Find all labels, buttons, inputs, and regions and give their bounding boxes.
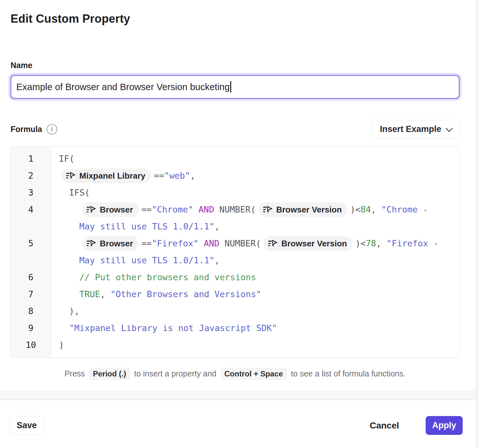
code-token-str: May still use TLS 1.0/1.1": [79, 218, 215, 235]
code-token-str: May still use TLS 1.0/1.1": [79, 252, 215, 269]
code-token-plain: )<: [355, 235, 366, 252]
code-line: 5Browser=="Firefox" AND NUMBER(Browser V…: [11, 235, 459, 269]
code-line-content: TRUE, "Other Browsers and Versions": [51, 286, 459, 303]
code-token-str: "Mixpanel Library is not Javascript SDK": [69, 320, 277, 336]
code-token-plain: )<: [350, 201, 361, 218]
save-button[interactable]: Save: [10, 416, 44, 435]
code-row: IFS(: [59, 184, 459, 201]
line-number: 6: [11, 269, 51, 286]
formula-code-editor[interactable]: 1IF(2Mixpanel Library=="web",3IFS(4Brows…: [11, 146, 459, 358]
property-chip[interactable]: Browser Version: [258, 202, 348, 217]
insert-example-button[interactable]: Insert Example: [371, 120, 459, 139]
code-token-str: "web": [164, 167, 190, 184]
property-chip-label: Mixpanel Library: [79, 170, 145, 181]
property-chip[interactable]: Browser: [82, 236, 139, 251]
code-token-str: "Chrome -: [381, 201, 428, 218]
code-token-kw: AND: [193, 201, 219, 218]
code-row: Mixpanel Library=="web",: [59, 167, 459, 184]
code-token-num: TRUE: [79, 286, 100, 303]
code-line: 8),: [11, 303, 459, 320]
property-icon: [86, 239, 96, 248]
code-line: 4Browser=="Chrome" AND NUMBER(Browser Ve…: [11, 201, 459, 235]
code-row: Browser=="Chrome" AND NUMBER(Browser Ver…: [59, 201, 459, 218]
code-token-num: 84: [360, 201, 371, 218]
code-token-str: "Chrome": [152, 201, 193, 218]
property-chip-label: Browser: [100, 204, 133, 215]
code-row: ): [59, 336, 459, 353]
property-chip[interactable]: Mixpanel Library: [61, 168, 151, 183]
code-row: "Mixpanel Library is not Javascript SDK": [59, 320, 459, 336]
formula-label: Formula: [11, 125, 42, 134]
code-row: TRUE, "Other Browsers and Versions": [59, 286, 459, 303]
property-chip-label: Browser: [100, 238, 133, 249]
property-icon: [86, 205, 96, 214]
code-token-plain: ,: [215, 252, 220, 269]
name-input[interactable]: Example of Browser and Browser Version b…: [11, 75, 459, 99]
info-icon[interactable]: i: [47, 124, 57, 135]
code-token-plain: ,: [100, 286, 111, 303]
scrollbar-track[interactable]: [476, 0, 479, 448]
code-token-str: "Other Browsers and Versions": [111, 286, 261, 303]
code-token-str: "Firefox -: [387, 235, 439, 252]
property-icon: [268, 239, 278, 248]
property-chip[interactable]: Browser Version: [263, 236, 353, 251]
code-token-plain: ,: [190, 167, 195, 184]
code-token-str: "Firefox": [152, 235, 199, 252]
apply-button[interactable]: Apply: [426, 416, 463, 435]
code-token-op: ==: [141, 201, 152, 218]
property-chip-label: Browser Version: [276, 204, 342, 215]
hint-pre: Press: [65, 369, 85, 378]
code-token-op: ==: [154, 167, 164, 184]
chevron-down-icon: [446, 125, 453, 132]
code-token-num: 78: [366, 235, 376, 252]
property-chip[interactable]: Browser: [82, 202, 139, 217]
code-line-content: IFS(: [51, 184, 459, 201]
code-line: 10): [11, 336, 459, 353]
code-line: 7TRUE, "Other Browsers and Versions": [11, 286, 459, 303]
code-line: 6// Put other browsers and versions: [11, 269, 459, 286]
code-token-plain: NUMBER(: [219, 201, 256, 218]
edit-custom-property-dialog: Edit Custom Property Name Example of Bro…: [0, 0, 479, 448]
cancel-button[interactable]: Cancel: [370, 416, 399, 435]
line-number: 3: [11, 184, 51, 201]
code-line-content: "Mixpanel Library is not Javascript SDK": [51, 320, 459, 336]
line-number: 4: [11, 201, 51, 235]
code-row: May still use TLS 1.0/1.1",: [59, 252, 459, 269]
footer-divider: [0, 390, 479, 400]
line-number: 1: [11, 150, 51, 167]
code-line: 9"Mixpanel Library is not Javascript SDK…: [11, 320, 459, 336]
line-number: 10: [11, 336, 51, 353]
code-line-content: ): [51, 336, 459, 353]
code-token-op: ==: [141, 235, 152, 252]
code-token-kw: AND: [199, 235, 224, 252]
dialog-footer: Save Cancel Apply: [0, 400, 479, 448]
line-number: 2: [11, 167, 51, 184]
line-number: 5: [11, 235, 51, 269]
property-chip-label: Browser Version: [281, 238, 347, 249]
code-line: 3IFS(: [11, 184, 459, 201]
code-line-content: Mixpanel Library=="web",: [51, 167, 459, 184]
code-token-plain: ),: [69, 303, 80, 320]
code-row: ),: [59, 303, 459, 320]
hint-post: to see a list of formula functions.: [291, 369, 406, 378]
hint-mid: to insert a property and: [134, 369, 216, 378]
code-row: // Put other browsers and versions: [59, 269, 459, 286]
code-line-content: Browser=="Chrome" AND NUMBER(Browser Ver…: [51, 201, 459, 235]
code-line-content: IF(: [51, 150, 459, 167]
name-label: Name: [11, 61, 459, 70]
code-row: Browser=="Firefox" AND NUMBER(Browser Ve…: [59, 235, 459, 252]
kbd-period: Period (.): [89, 368, 130, 380]
line-number: 8: [11, 303, 51, 320]
property-icon: [66, 172, 75, 180]
code-token-plain: ,: [215, 218, 220, 235]
editor-hint: Press Period (.) to insert a property an…: [11, 368, 459, 380]
code-token-plain: IFS(: [69, 184, 90, 201]
code-token-plain: NUMBER(: [224, 235, 261, 252]
code-line: 2Mixpanel Library=="web",: [11, 167, 459, 184]
kbd-control-space: Control + Space: [221, 368, 287, 380]
code-token-plain: IF(: [59, 150, 75, 167]
line-number: 9: [11, 320, 51, 336]
code-token-plain: ,: [376, 235, 387, 252]
insert-example-label: Insert Example: [380, 124, 441, 134]
code-token-plain: ): [59, 336, 64, 353]
